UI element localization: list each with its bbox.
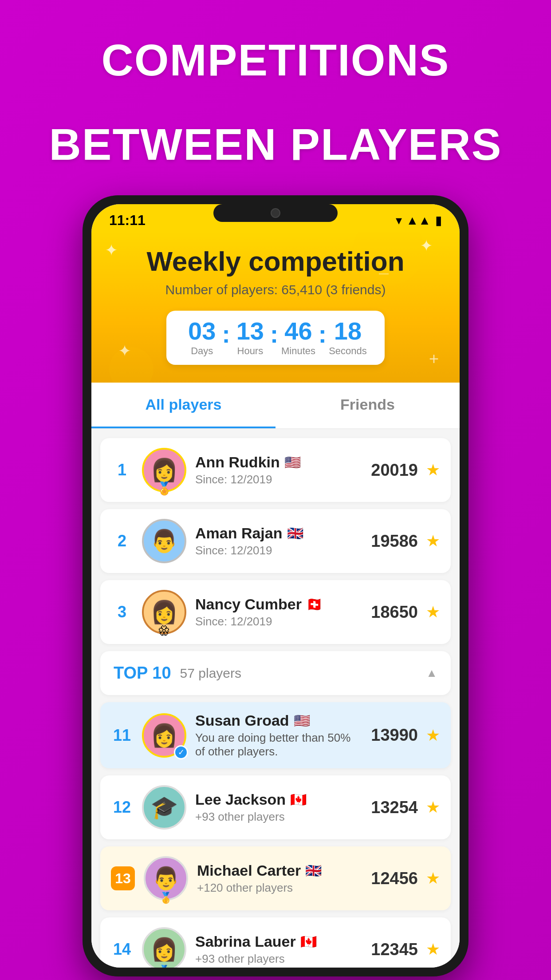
countdown-minutes-value: 46 — [284, 319, 312, 344]
player-row-1[interactable]: 1 👩 🏅 Ann Rudkin 🇺🇸 Since: 12/2019 20019 — [100, 438, 451, 502]
tabs-container: All players Friends — [91, 383, 460, 429]
badge-check-11: ✓ — [174, 745, 188, 759]
player-row-13[interactable]: 13 👨 🥇 Michael Carter 🇬🇧 +120 other play… — [100, 846, 451, 910]
player-info-11: Susan Groad 🇺🇸 You are doing better than… — [195, 712, 362, 759]
player-score-13: 12456 — [371, 869, 418, 888]
title-line1: COMPETITIONS — [49, 36, 502, 84]
battery-icon: ▮ — [435, 213, 442, 228]
phone-camera — [271, 208, 280, 218]
star-icon-2: ★ — [426, 532, 440, 550]
player-info-1: Ann Rudkin 🇺🇸 Since: 12/2019 — [195, 454, 362, 486]
signal-icon: ▲▲ — [406, 213, 431, 228]
player-info-3: Nancy Cumber 🇨🇭 Since: 12/2019 — [195, 596, 362, 628]
player-name-13: Michael Carter 🇬🇧 — [197, 862, 362, 879]
sep3: : — [319, 320, 327, 356]
player-score-12: 13254 — [371, 798, 418, 817]
countdown-minutes: 46 Minutes — [281, 319, 316, 357]
player-row-2[interactable]: 2 👨 Aman Rajan 🇬🇧 Since: 12/2019 19586 ★ — [100, 509, 451, 573]
competition-header: ✦ ✦ ✦ ＋ — — Weekly competition Number of… — [91, 232, 460, 383]
rank-14: 14 — [111, 940, 133, 959]
avatar-container-11: 👩 ✓ — [142, 713, 186, 758]
wreath-14: 🏅 — [159, 964, 170, 968]
countdown-seconds-label: Seconds — [329, 345, 367, 357]
phone-mockup: 11:11 ▾ ▲▲ ▮ ✦ ✦ ✦ ＋ — — Weekly competit… — [83, 195, 468, 976]
player-name-14: Sabrina Lauer 🇨🇦 — [195, 933, 362, 950]
rank-13: 13 — [111, 866, 135, 890]
countdown-hours: 13 Hours — [232, 319, 268, 357]
status-icons: ▾ ▲▲ ▮ — [396, 213, 442, 228]
phone-notch — [213, 204, 338, 222]
countdown-days-label: Days — [191, 345, 213, 357]
player-meta-3: Since: 12/2019 — [195, 615, 362, 628]
player-score-11: 13990 — [371, 726, 418, 745]
phone-screen: 11:11 ▾ ▲▲ ▮ ✦ ✦ ✦ ＋ — — Weekly competit… — [91, 204, 460, 968]
score-container-1: 20019 ★ — [371, 461, 440, 480]
rank-3: 3 — [111, 603, 133, 621]
star-icon-3: ★ — [426, 603, 440, 621]
rank-1: 1 — [111, 461, 133, 479]
tab-friends[interactable]: Friends — [276, 383, 460, 428]
countdown-days-value: 03 — [188, 319, 216, 344]
star-icon-12: ★ — [426, 798, 440, 817]
countdown-box: 03 Days : 13 Hours : 46 Minutes : 18 Sec… — [166, 311, 385, 365]
top10-label: TOP 10 — [114, 664, 171, 683]
player-row-11[interactable]: 11 👩 ✓ Susan Groad 🇺🇸 You are doing bett… — [100, 702, 451, 768]
avatar-container-3: 👩 🏵 — [142, 590, 186, 634]
player-info-14: Sabrina Lauer 🇨🇦 +93 other players — [195, 933, 362, 966]
player-name-12: Lee Jackson 🇨🇦 — [195, 791, 362, 808]
deco-star-4: ＋ — [426, 348, 442, 369]
top10-arrow: ▲ — [426, 666, 437, 680]
player-meta-11: You are doing better than 50% of other p… — [195, 731, 362, 759]
player-name-1: Ann Rudkin 🇺🇸 — [195, 454, 362, 471]
player-row-12[interactable]: 12 🎓 Lee Jackson 🇨🇦 +93 other players 13… — [100, 775, 451, 839]
rank-2: 2 — [111, 532, 133, 550]
star-icon-14: ★ — [426, 940, 440, 959]
player-score-2: 19586 — [371, 532, 418, 551]
star-icon-13: ★ — [426, 869, 440, 888]
sep2: : — [270, 320, 279, 356]
sep1: : — [222, 320, 230, 356]
avatar-14: 👩 — [142, 927, 186, 968]
countdown-minutes-label: Minutes — [281, 345, 315, 357]
score-container-13: 12456 ★ — [371, 869, 440, 888]
player-info-13: Michael Carter 🇬🇧 +120 other players — [197, 862, 362, 895]
avatar-container-13: 👨 🥇 — [144, 856, 188, 901]
rank-11: 11 — [111, 726, 133, 745]
player-name-11: Susan Groad 🇺🇸 — [195, 712, 362, 729]
star-icon-11: ★ — [426, 726, 440, 745]
player-score-14: 12345 — [371, 940, 418, 959]
tab-all-players[interactable]: All players — [91, 383, 276, 428]
player-row-3[interactable]: 3 👩 🏵 Nancy Cumber 🇨🇭 Since: 12/2019 186… — [100, 580, 451, 644]
rank-12: 12 — [111, 798, 133, 817]
player-meta-13: +120 other players — [197, 881, 362, 895]
avatar-container-1: 👩 🏅 — [142, 448, 186, 492]
top10-separator[interactable]: TOP 10 57 players ▲ — [100, 651, 451, 695]
score-container-3: 18650 ★ — [371, 603, 440, 622]
player-name-3: Nancy Cumber 🇨🇭 — [195, 596, 362, 613]
player-info-12: Lee Jackson 🇨🇦 +93 other players — [195, 791, 362, 824]
player-score-1: 20019 — [371, 461, 418, 480]
player-meta-1: Since: 12/2019 — [195, 473, 362, 486]
player-meta-12: +93 other players — [195, 810, 362, 824]
player-name-2: Aman Rajan 🇬🇧 — [195, 525, 362, 542]
countdown-days: 03 Days — [184, 319, 220, 357]
countdown-hours-label: Hours — [237, 345, 264, 357]
avatar-container-14: 👩 🏅 — [142, 927, 186, 968]
competition-subtitle: Number of players: 65,410 (3 friends) — [109, 282, 442, 297]
deco-star-3: ✦ — [118, 342, 131, 360]
deco-circle-2 — [109, 347, 153, 383]
score-container-2: 19586 ★ — [371, 532, 440, 551]
competition-title: Weekly competition — [109, 245, 442, 277]
top10-count: 57 players — [180, 666, 241, 681]
score-container-12: 13254 ★ — [371, 798, 440, 817]
wreath-3: 🏵 — [158, 623, 170, 638]
star-icon-1: ★ — [426, 461, 440, 479]
player-score-3: 18650 — [371, 603, 418, 622]
avatar-container-12: 🎓 — [142, 785, 186, 830]
page-title: COMPETITIONS BETWEEN PLAYERS — [49, 0, 502, 169]
score-container-11: 13990 ★ — [371, 726, 440, 745]
countdown-seconds-value: 18 — [334, 319, 362, 344]
avatar-12: 🎓 — [142, 785, 186, 830]
player-info-2: Aman Rajan 🇬🇧 Since: 12/2019 — [195, 525, 362, 557]
player-row-14[interactable]: 14 👩 🏅 Sabrina Lauer 🇨🇦 +93 other player… — [100, 917, 451, 968]
